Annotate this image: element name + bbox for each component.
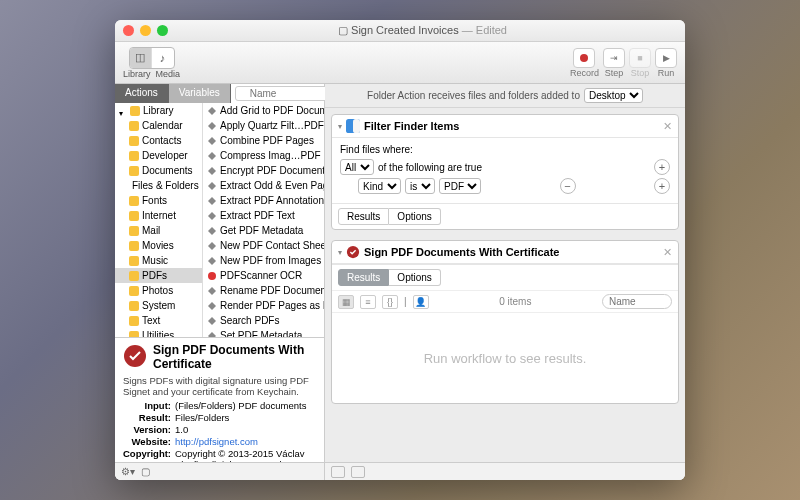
action-list[interactable]: Add Grid to PDF DocumentsApply Quartz Fi… — [203, 103, 324, 337]
minimize-button[interactable] — [140, 25, 151, 36]
folder-action-text: Folder Action receives files and folders… — [367, 90, 580, 101]
tab-results[interactable]: Results — [338, 269, 389, 286]
action-item[interactable]: Encrypt PDF Documents — [203, 163, 324, 178]
action-icon — [207, 241, 217, 251]
titlebar: ▢ Sign Created Invoices — Edited — [115, 20, 685, 42]
category-list[interactable]: LibraryCalendarContactsDeveloperDocument… — [115, 103, 203, 337]
tab-actions[interactable]: Actions — [115, 84, 169, 103]
icon-view-toggle[interactable]: ▦ — [338, 295, 354, 309]
title-text: Sign Created Invoices — [351, 24, 459, 36]
folder-select[interactable]: Desktop — [584, 88, 643, 103]
action-icon — [207, 286, 217, 296]
action-item[interactable]: Extract Odd & Even Pages — [203, 178, 324, 193]
action-icon — [207, 226, 217, 236]
signet-icon — [346, 245, 360, 259]
action-icon — [207, 121, 217, 131]
list-view-toggle[interactable]: ≡ — [360, 295, 376, 309]
action-icon — [207, 271, 217, 281]
action-item[interactable]: Set PDF Metadata — [203, 328, 324, 337]
val-select[interactable]: PDF — [439, 178, 481, 194]
disclosure-icon[interactable]: ▾ — [338, 122, 342, 131]
close-icon[interactable]: ✕ — [663, 246, 672, 259]
action-icon — [207, 151, 217, 161]
category-item[interactable]: Music — [115, 253, 202, 268]
category-item[interactable]: Contacts — [115, 133, 202, 148]
close-button[interactable] — [123, 25, 134, 36]
stop-button[interactable]: ■Stop — [629, 48, 651, 78]
action-item[interactable]: New PDF Contact Sheet — [203, 238, 324, 253]
action-item[interactable]: Apply Quartz Filt…PDF Documents — [203, 118, 324, 133]
run-button[interactable]: ▶Run — [655, 48, 677, 78]
disclosure-icon[interactable]: ▾ — [338, 248, 342, 257]
sidebar-footer: ⚙︎▾ ▢ — [115, 462, 324, 480]
category-item[interactable]: Movies — [115, 238, 202, 253]
tab-options[interactable]: Options — [389, 208, 440, 225]
svg-point-0 — [208, 272, 216, 280]
library-media-segment[interactable]: ◫ ♪ Library Media — [123, 47, 180, 79]
action-icon — [207, 211, 217, 221]
action-icon — [207, 196, 217, 206]
category-item[interactable]: Text — [115, 313, 202, 328]
action-item[interactable]: Combine PDF Pages — [203, 133, 324, 148]
all-select[interactable]: All — [340, 159, 374, 175]
category-item[interactable]: Developer — [115, 148, 202, 163]
sign-pdf-block: ▾ Sign PDF Documents With Certificate ✕ … — [331, 240, 679, 404]
remove-rule-button[interactable]: − — [560, 178, 576, 194]
doc-icon: ▢ — [338, 24, 348, 36]
category-item[interactable]: Fonts — [115, 193, 202, 208]
sidebar: Actions Variables LibraryCalendarContact… — [115, 84, 325, 480]
category-item[interactable]: Photos — [115, 283, 202, 298]
action-item[interactable]: PDFScanner OCR — [203, 268, 324, 283]
log-toggle-icon[interactable] — [331, 466, 345, 478]
action-item[interactable]: Rename PDF Documents — [203, 283, 324, 298]
action-item[interactable]: Get PDF Metadata — [203, 223, 324, 238]
block-title: Filter Finder Items — [364, 120, 659, 132]
record-button[interactable]: Record — [570, 48, 599, 78]
attr-select[interactable]: Kind — [358, 178, 401, 194]
zoom-button[interactable] — [157, 25, 168, 36]
action-icon — [207, 256, 217, 266]
panel-toggle-icon[interactable]: ▢ — [141, 466, 150, 477]
description-title: Sign PDF Documents With Certificate — [153, 344, 316, 372]
action-icon — [207, 301, 217, 311]
category-item[interactable]: Library — [115, 103, 202, 118]
gear-icon[interactable]: ⚙︎▾ — [121, 466, 135, 477]
braces-view-toggle[interactable]: {} — [382, 295, 398, 309]
variables-toggle-icon[interactable] — [351, 466, 365, 478]
person-icon[interactable]: 👤 — [413, 295, 429, 309]
category-item[interactable]: Internet — [115, 208, 202, 223]
action-item[interactable]: Extract PDF Text — [203, 208, 324, 223]
media-tab-button[interactable]: ♪ — [152, 48, 174, 68]
category-item[interactable]: System — [115, 298, 202, 313]
category-item[interactable]: PDFs — [115, 268, 202, 283]
category-item[interactable]: Mail — [115, 223, 202, 238]
action-item[interactable]: New PDF from Images — [203, 253, 324, 268]
close-icon[interactable]: ✕ — [663, 120, 672, 133]
action-item[interactable]: Search PDFs — [203, 313, 324, 328]
action-icon — [207, 316, 217, 326]
find-label: Find files where: — [340, 144, 670, 155]
step-button[interactable]: ⇥Step — [603, 48, 625, 78]
add-rule-button[interactable]: + — [654, 159, 670, 175]
action-icon — [207, 106, 217, 116]
op-select[interactable]: is — [405, 178, 435, 194]
website-link[interactable]: http://pdfsignet.com — [175, 436, 258, 447]
block-title: Sign PDF Documents With Certificate — [364, 246, 659, 258]
tab-options[interactable]: Options — [389, 269, 440, 286]
category-item[interactable]: Documents — [115, 163, 202, 178]
add-rule-button-2[interactable]: + — [654, 178, 670, 194]
result-search-input[interactable] — [602, 294, 672, 309]
action-item[interactable]: Render PDF Pages as Images — [203, 298, 324, 313]
tab-results[interactable]: Results — [338, 208, 389, 225]
tab-variables[interactable]: Variables — [169, 84, 231, 103]
automator-window: ▢ Sign Created Invoices — Edited ◫ ♪ Lib… — [115, 20, 685, 480]
signet-icon — [123, 344, 147, 368]
action-item[interactable]: Add Grid to PDF Documents — [203, 103, 324, 118]
library-tab-button[interactable]: ◫ — [130, 48, 152, 68]
library-label: Library — [123, 69, 151, 79]
category-item[interactable]: Utilities — [115, 328, 202, 337]
action-item[interactable]: Extract PDF Annotations — [203, 193, 324, 208]
category-item[interactable]: Files & Folders — [115, 178, 202, 193]
category-item[interactable]: Calendar — [115, 118, 202, 133]
action-item[interactable]: Compress Imag…PDF Documents — [203, 148, 324, 163]
